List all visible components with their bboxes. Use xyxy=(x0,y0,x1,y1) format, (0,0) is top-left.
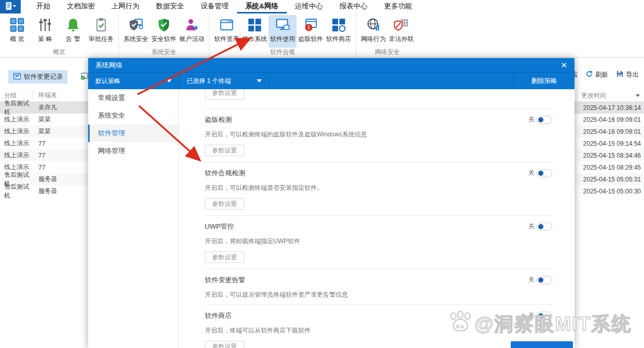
policy-sliders-icon xyxy=(37,17,53,33)
switch-knob xyxy=(538,313,543,318)
param-settings-button[interactable]: 参数设置 xyxy=(205,341,244,348)
switch-off-icon[interactable] xyxy=(537,312,552,320)
ribbon-button[interactable]: 软件资产 xyxy=(213,15,241,48)
ribbon-button[interactable]: 账户活动 xyxy=(178,15,206,48)
pirated-software-icon: ! xyxy=(302,17,319,33)
export-icon xyxy=(616,70,624,79)
menu-tab[interactable]: 数据安全 xyxy=(148,0,192,13)
delete-policy-button[interactable]: 删除策略 xyxy=(513,73,575,89)
menu-tab[interactable]: 设备管理 xyxy=(192,0,237,13)
refresh-icon xyxy=(585,70,593,79)
software-asset-icon xyxy=(218,17,235,33)
param-settings-button[interactable]: 参数设置 xyxy=(205,198,244,210)
menu-tab[interactable]: 开始 xyxy=(28,0,59,13)
settings-section: 软件商店 关 开启后，终端可以从软件商店下载软件 参数设置 xyxy=(205,304,552,348)
toolbar-right-actions: 搜索 刷新 导出 xyxy=(565,70,639,79)
software-store-icon xyxy=(330,17,347,33)
ribbon-group-network-security: 网络行为 非法外联 网络安全 xyxy=(356,13,418,57)
illegal-connection-icon xyxy=(393,17,410,33)
ribbon-group-overview: 概 览 策 略 告 警 审批任务 xyxy=(0,13,119,57)
ribbon-button[interactable]: ! 盗版软件 xyxy=(297,15,325,48)
ribbon-button[interactable]: 系统安全 xyxy=(122,15,150,48)
save-button[interactable] xyxy=(511,341,573,348)
ribbon-button[interactable]: 审批任务 xyxy=(87,15,115,48)
section-description: 开启后，可以提示管理员终端软件资产变更告警信息 xyxy=(205,290,552,299)
sidebar-item[interactable]: 常规设置 xyxy=(88,89,178,107)
column-header-time[interactable]: 更改时间 xyxy=(577,89,644,102)
ribbon-group-label: 软件合规 xyxy=(213,48,353,56)
ribbon: 概 览 策 略 告 警 审批任务 xyxy=(0,13,644,58)
switch-off-icon[interactable] xyxy=(537,116,552,124)
param-settings-button[interactable]: 参数设置 xyxy=(205,252,244,263)
dialog-policy-bar: 默认策略 已选择 1 个终端 删除策略 xyxy=(88,73,575,89)
alert-bell-icon xyxy=(65,17,81,33)
sidebar-item[interactable]: 网络管理 xyxy=(88,142,178,160)
ribbon-button[interactable]: 策 略 xyxy=(31,15,59,48)
software-change-records-button[interactable]: 软件变更记录 xyxy=(8,70,67,83)
ribbon-group-label: 系统安全 xyxy=(122,48,206,56)
toggle-state-label: 关 xyxy=(528,311,535,320)
menu-tab[interactable]: 上网行为 xyxy=(103,0,148,13)
menu-tab[interactable]: 运维中心 xyxy=(287,0,331,13)
column-header-group[interactable]: 分组 xyxy=(0,91,33,100)
software-usage-icon xyxy=(274,17,291,33)
app-menu-button[interactable] xyxy=(0,0,21,13)
dialog-title: 系统网络 xyxy=(95,61,122,70)
menu-tab[interactable]: 系统&网络 xyxy=(237,0,287,13)
section-title: 盗版检测 xyxy=(205,115,232,124)
menubar: 开始 文档加密 上网行为 数据安全 设备管理 系统&网络 运维中心 报表中心 更… xyxy=(0,0,644,13)
sort-caret-icon xyxy=(636,94,640,97)
menu-tab[interactable]: 更多功能 xyxy=(376,0,421,13)
ribbon-button[interactable]: 非法外联 xyxy=(387,15,415,48)
param-settings-button-partial[interactable]: 参数设置 xyxy=(205,89,244,100)
menu-tab[interactable]: 文档加密 xyxy=(59,0,103,13)
sidebar-item[interactable]: 系统安全 xyxy=(88,107,178,124)
section-description: 开启后，终端可以从软件商店下载软件 xyxy=(205,326,552,335)
switch-knob xyxy=(538,171,543,176)
toggle-switch[interactable]: 关 xyxy=(528,169,552,177)
policy-dropdown[interactable]: 默认策略 xyxy=(88,73,179,89)
close-icon[interactable]: ✕ xyxy=(561,61,567,69)
operating-system-icon xyxy=(246,17,263,33)
ribbon-group-system-security: 系统安全 安全软件 账户活动 系统安全 xyxy=(119,13,209,57)
refresh-button[interactable]: 刷新 xyxy=(585,70,608,79)
toggle-switch[interactable]: 关 xyxy=(528,275,552,284)
section-description: 开启后，可以检测终端的盗版软件及盗版Windows系统信息 xyxy=(205,130,552,138)
section-title: UWP管控 xyxy=(205,222,234,231)
menu-tab[interactable]: 报表中心 xyxy=(331,0,376,13)
settings-content: 参数设置 盗版检测 关 开启后，可以检测终端的盗版软件 xyxy=(179,89,575,348)
toggle-switch[interactable]: 关 xyxy=(528,311,552,320)
toggle-state-label: 关 xyxy=(528,169,535,177)
section-description: 开启后，可以检测终端是否安装指定软件。 xyxy=(205,184,552,192)
ribbon-button[interactable]: 概 览 xyxy=(3,15,31,48)
check-window-icon xyxy=(80,72,89,82)
ribbon-button[interactable]: 软件使用 xyxy=(269,15,297,48)
export-button[interactable]: 导出 xyxy=(616,70,639,79)
section-description: 开启后，将卸载终端指定UWP软件 xyxy=(205,237,552,245)
toggle-state-label: 关 xyxy=(528,115,535,124)
switch-off-icon[interactable] xyxy=(537,169,552,177)
sidebar-item[interactable]: 软件管理 xyxy=(88,124,178,142)
switch-off-icon[interactable] xyxy=(537,222,552,231)
network-behavior-icon xyxy=(365,17,382,33)
ribbon-button[interactable]: 操作系统 xyxy=(241,15,269,48)
chevron-down-icon xyxy=(257,79,262,82)
ribbon-button[interactable]: 软件商店 xyxy=(325,15,353,48)
ribbon-button[interactable]: 网络行为 xyxy=(359,15,387,48)
dialog-sidebar: 常规设置 系统安全 软件管理 网络管理 xyxy=(88,89,179,348)
terminal-dropdown[interactable]: 已选择 1 个终端 xyxy=(179,73,270,89)
overview-grid-icon xyxy=(9,17,25,33)
switch-knob xyxy=(538,277,543,283)
security-software-icon xyxy=(156,17,172,33)
settings-section: 软件变更告警 关 开启后，可以提示管理员终端软件资产变更告警信息 xyxy=(205,269,552,304)
app-menu-icon xyxy=(4,2,17,12)
chevron-down-icon xyxy=(166,79,172,82)
param-settings-button[interactable]: 参数设置 xyxy=(205,145,244,156)
toggle-state-label: 关 xyxy=(528,222,535,231)
toggle-switch[interactable]: 关 xyxy=(528,115,552,124)
ribbon-button[interactable]: 告 警 xyxy=(59,15,87,48)
system-security-icon xyxy=(128,17,144,33)
ribbon-button[interactable]: 安全软件 xyxy=(150,15,178,48)
switch-off-icon[interactable] xyxy=(537,276,552,284)
toggle-switch[interactable]: 关 xyxy=(528,222,552,231)
